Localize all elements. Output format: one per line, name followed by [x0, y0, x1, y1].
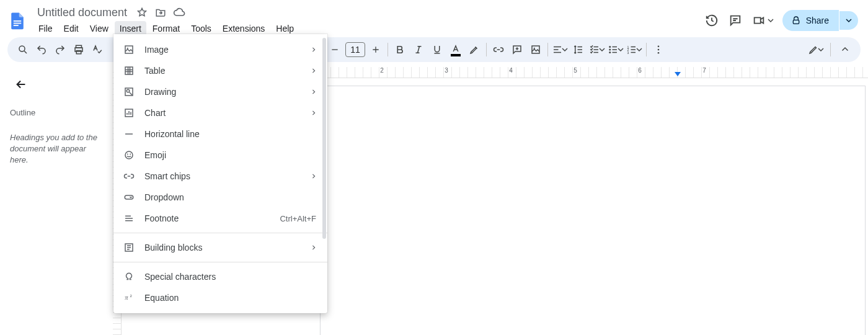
equation-icon: π2 [123, 292, 135, 303]
menu-item-label: Dropdown [144, 192, 316, 202]
undo-icon[interactable] [32, 40, 51, 59]
insert-drawing[interactable]: Drawing [113, 81, 327, 102]
menu-item-label: Smart chips [144, 171, 301, 181]
ruler-number: 7 [702, 67, 706, 74]
omega-icon [123, 271, 135, 282]
menu-view[interactable]: View [85, 21, 113, 36]
back-arrow-icon[interactable] [10, 73, 32, 96]
share-more-button[interactable] [839, 11, 858, 30]
insert-building-blocks[interactable]: Building blocks [113, 237, 327, 258]
insert-special-characters[interactable]: Special characters [113, 266, 327, 287]
more-icon[interactable] [649, 40, 668, 59]
menu-format[interactable]: Format [148, 21, 185, 36]
align-dropdown[interactable] [551, 44, 569, 55]
document-page[interactable] [320, 86, 866, 335]
menu-tools[interactable]: Tools [186, 21, 216, 36]
insert-link-icon[interactable] [489, 40, 508, 59]
font-size-increase-icon[interactable] [366, 40, 385, 59]
image-icon [123, 44, 135, 55]
star-icon[interactable] [136, 6, 148, 19]
submenu-arrow-icon [311, 47, 316, 52]
insert-footnote[interactable]: FootnoteCtrl+Alt+F [113, 208, 327, 229]
ruler-marker-icon[interactable] [675, 72, 681, 76]
insert-dropdown[interactable]: Dropdown [113, 187, 327, 208]
insert-emoji[interactable]: Emoji [113, 145, 327, 166]
emoji-icon [123, 150, 135, 161]
bold-icon[interactable] [391, 40, 409, 59]
svg-point-9 [534, 48, 535, 49]
menu-edit[interactable]: Edit [59, 21, 84, 36]
document-title[interactable]: Untitled document [35, 6, 130, 20]
underline-icon[interactable] [428, 40, 446, 59]
svg-point-18 [658, 52, 660, 54]
ruler-number: 6 [638, 67, 642, 74]
history-icon[interactable] [704, 13, 719, 28]
italic-icon[interactable] [409, 40, 428, 59]
redo-icon[interactable] [51, 40, 69, 59]
insert-image-icon[interactable] [526, 40, 545, 59]
insert-table[interactable]: Table [113, 60, 327, 81]
print-icon[interactable] [69, 40, 88, 59]
svg-rect-19 [125, 46, 133, 53]
menu-extensions[interactable]: Extensions [218, 21, 270, 36]
docs-logo[interactable] [6, 9, 29, 32]
svg-point-27 [130, 154, 131, 155]
font-size-decrease-icon[interactable] [326, 40, 344, 59]
chip-icon [123, 171, 135, 182]
svg-rect-8 [532, 46, 539, 53]
ruler-number: 4 [509, 67, 513, 74]
outline-hint: Headings you add to the document will ap… [10, 132, 103, 166]
insert-image[interactable]: Image [113, 39, 327, 60]
menu-item-label: Image [144, 45, 301, 55]
menu-insert[interactable]: Insert [115, 21, 146, 36]
menu-item-label: Footnote [144, 213, 270, 223]
collapse-icon[interactable] [836, 40, 854, 59]
line-spacing-icon[interactable] [569, 40, 588, 59]
text-color-icon[interactable] [446, 40, 465, 59]
insert-chart[interactable]: Chart [113, 102, 327, 123]
editing-mode-dropdown[interactable] [807, 44, 825, 55]
font-size-input[interactable]: 11 [345, 42, 365, 57]
meet-icon[interactable] [751, 13, 766, 28]
submenu-arrow-icon [311, 89, 316, 94]
move-icon[interactable] [154, 6, 167, 19]
dropdown-scrollbar[interactable] [322, 38, 326, 239]
blocks-icon [123, 242, 135, 253]
numbered-list-dropdown[interactable]: 123 [625, 44, 644, 55]
bulleted-list-dropdown[interactable] [606, 44, 625, 55]
menu-item-label: Chart [144, 108, 301, 118]
svg-text:π: π [125, 294, 128, 301]
highlight-icon[interactable] [465, 40, 484, 59]
spellcheck-icon[interactable] [88, 40, 107, 59]
search-icon[interactable] [14, 40, 32, 59]
menu-item-label: Equation [144, 293, 316, 303]
cloud-status-icon[interactable] [173, 6, 185, 19]
menubar: FileEditViewInsertFormatToolsExtensionsH… [32, 21, 299, 36]
share-button[interactable]: Share [782, 10, 839, 31]
menu-separator [113, 233, 327, 233]
svg-point-23 [126, 89, 130, 92]
menu-item-label: Special characters [144, 272, 316, 282]
submenu-arrow-icon [311, 245, 316, 250]
add-comment-icon[interactable] [508, 40, 526, 59]
ruler-number: 3 [445, 67, 448, 74]
menu-item-label: Horizontal line [144, 129, 316, 139]
svg-point-4 [19, 46, 25, 51]
menu-item-label: Building blocks [144, 243, 301, 252]
svg-rect-3 [793, 20, 799, 24]
svg-rect-21 [125, 67, 133, 74]
insert-smart-chips[interactable]: Smart chips [113, 166, 327, 187]
insert-menu-dropdown: ImageTableDrawingChartHorizontal lineEmo… [113, 34, 327, 313]
menu-separator [113, 262, 327, 262]
drawing-icon [123, 86, 135, 97]
svg-text:2: 2 [130, 294, 133, 298]
checklist-dropdown[interactable] [588, 44, 606, 55]
menu-help[interactable]: Help [271, 21, 299, 36]
comments-icon[interactable] [728, 13, 743, 28]
insert-equation[interactable]: π2Equation [113, 287, 327, 308]
outline-label: Outline [10, 108, 103, 117]
meet-caret-icon[interactable] [768, 17, 774, 24]
footnote-icon [123, 213, 135, 224]
insert-horizontal-line[interactable]: Horizontal line [113, 123, 327, 145]
menu-file[interactable]: File [33, 21, 58, 36]
